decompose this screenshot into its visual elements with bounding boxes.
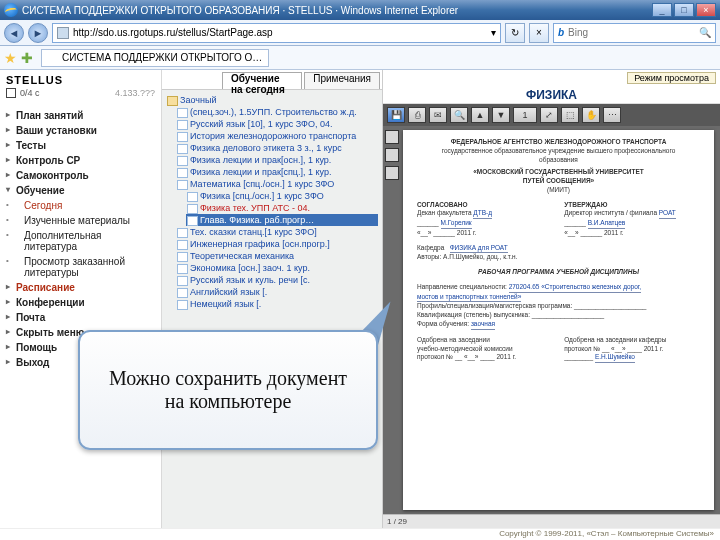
mode-bar: Режим просмотра	[383, 70, 720, 86]
app-sidebar: STELLUS 0/4 с 4.133.??? План занятийВаши…	[0, 70, 162, 528]
doc-sign-r: ________ Е.Н.Шумейко	[564, 353, 700, 363]
version-label: 4.133.???	[115, 88, 155, 98]
window-close-button[interactable]: ×	[696, 3, 716, 17]
favorites-star-icon[interactable]: ★	[4, 50, 17, 66]
tree-item[interactable]: Глава. Физика. раб.прогр…	[186, 214, 378, 226]
window-titlebar: СИСТЕМА ПОДДЕРЖКИ ОТКРЫТОГО ОБРАЗОВАНИЯ …	[0, 0, 720, 20]
pdf-page-number[interactable]: 1	[513, 107, 537, 123]
sidebar-item[interactable]: Тесты	[6, 138, 155, 153]
pdf-thumbs-button[interactable]	[385, 130, 399, 144]
doc-right-year: «__» ______ 2011 г.	[564, 229, 700, 238]
doc-form: Форма обучения: заочная	[417, 320, 700, 330]
view-mode-chip[interactable]: Режим просмотра	[627, 72, 716, 84]
tab-today[interactable]: Обучение на сегодня	[222, 72, 302, 89]
doc-abbr: (МИИТ)	[417, 186, 700, 195]
pdf-more-button[interactable]: ⋯	[603, 107, 621, 123]
status-square-icon	[6, 88, 16, 98]
pdf-mail-button[interactable]: ✉	[429, 107, 447, 123]
brand-title: STELLUS	[6, 74, 155, 86]
tree-item[interactable]: Тех. сказки станц.[1 курс ЗФО]	[176, 226, 378, 238]
tree-item[interactable]: Физика тех. УПП АТС - 04.	[186, 202, 378, 214]
tree-item[interactable]: Инженерная графика [осн.прогр.]	[176, 238, 378, 250]
document-pane: Режим просмотра ФИЗИКА 💾 ⎙ ✉ 🔍 ▲ ▼ 1 ⤢ ⬚…	[382, 70, 720, 528]
tree-item[interactable]: Английский язык [.	[176, 286, 378, 298]
sidebar-item[interactable]: Расписание	[6, 280, 155, 295]
sidebar-item[interactable]: Самоконтроль	[6, 168, 155, 183]
tree-item[interactable]: Физика лекции и прак[спц.], 1 кур.	[176, 166, 378, 178]
doc-appr-r1: Одобрена на заседании кафедры	[564, 336, 700, 345]
pdf-page-down-button[interactable]: ▼	[492, 107, 510, 123]
callout-line2: на компьютере	[109, 390, 347, 413]
callout-line1: Можно сохранить документ	[109, 367, 347, 390]
search-input[interactable]	[568, 27, 695, 38]
sidebar-item[interactable]: Ваши установки	[6, 123, 155, 138]
tree-item[interactable]: Физика делового этикета 3 з., 1 курс	[176, 142, 378, 154]
doc-appr-l2: учебно-методической комиссии	[417, 345, 553, 354]
pdf-save-button[interactable]: 💾	[387, 107, 405, 123]
add-favorite-icon[interactable]: ✚	[21, 50, 33, 66]
tree-item[interactable]: Математика [спц./осн.] 1 курс ЗФО	[176, 178, 378, 190]
user-counter: 0/4 с	[20, 88, 40, 98]
doc-appr-r3: протокол № __ «__» ____ 2011 г.	[564, 345, 700, 354]
window-maximize-button[interactable]: □	[674, 3, 694, 17]
window-minimize-button[interactable]: _	[652, 3, 672, 17]
sidebar-item[interactable]: Дополнительная литература	[6, 228, 155, 254]
refresh-button[interactable]: ↻	[505, 23, 525, 43]
dropdown-icon[interactable]: ▾	[491, 27, 496, 38]
tree-item[interactable]: Физика [спц./осн.] 1 курс ЗФО	[186, 190, 378, 202]
tab-favicon	[48, 53, 58, 63]
tab-title: СИСТЕМА ПОДДЕРЖКИ ОТКРЫТОГО О…	[62, 52, 262, 63]
page-footer: Copyright © 1999-2011, «Стэл – Компьютер…	[0, 528, 720, 540]
back-button[interactable]: ◄	[4, 23, 24, 43]
doc-kafedra: Кафедра ФИЗИКА для РОАТ	[417, 244, 700, 254]
tree-item[interactable]: (спец.зоч.), 1.5УПП. Строительство ж.д.	[176, 106, 378, 118]
pdf-attach-button[interactable]	[385, 166, 399, 180]
tree-item[interactable]: Теоретическая механика	[176, 250, 378, 262]
doc-appr-l3: протокол № __ «__» ____ 2011 г.	[417, 353, 553, 362]
pdf-page-up-button[interactable]: ▲	[471, 107, 489, 123]
doc-right-2: ______ В.И.Апатцев	[564, 219, 700, 229]
tree-item[interactable]: Немецкий язык [.	[176, 298, 378, 310]
pdf-page[interactable]: ФЕДЕРАЛЬНОЕ АГЕНТСТВО ЖЕЛЕЗНОДОРОЖНОГО Т…	[403, 130, 714, 510]
sidebar-item[interactable]: Обучение	[6, 183, 155, 198]
sidebar-item[interactable]: Сегодня	[6, 198, 155, 213]
ie-icon	[4, 3, 18, 17]
sidebar-item[interactable]: Изученные материалы	[6, 213, 155, 228]
pdf-statusbar: 1 / 29	[383, 514, 720, 528]
doc-sub2: образования	[417, 156, 700, 165]
sidebar-item[interactable]: Контроль СР	[6, 153, 155, 168]
pdf-fit-button[interactable]: ⬚	[561, 107, 579, 123]
center-pane: Обучение на сегодня Примечания Заочный (…	[162, 70, 382, 528]
pdf-hand-tool-button[interactable]: ✋	[582, 107, 600, 123]
site-favicon	[57, 27, 69, 39]
tree-root[interactable]: Заочный	[166, 94, 378, 106]
sidebar-item[interactable]: План занятий	[6, 108, 155, 123]
search-go-icon[interactable]: 🔍	[699, 27, 711, 38]
tree-item[interactable]: Физика лекции и прак[осн.], 1 кур.	[176, 154, 378, 166]
url-input[interactable]	[73, 27, 487, 38]
stop-button[interactable]: ×	[529, 23, 549, 43]
pdf-page-indicator: 1 / 29	[387, 517, 407, 526]
forward-button[interactable]: ►	[28, 23, 48, 43]
doc-spec2: мостов и транспортных тоннелей»	[417, 293, 700, 303]
document-heading: ФИЗИКА	[383, 86, 720, 104]
tab-notes[interactable]: Примечания	[304, 72, 380, 89]
tree-item[interactable]: Русский язык и куль. речи [с.	[176, 274, 378, 286]
doc-appr-l1: Одобрена на заседании	[417, 336, 553, 345]
sidebar-item[interactable]: Просмотр заказанной литературы	[6, 254, 155, 280]
tree-item[interactable]: Экономика [осн.] заоч. 1 кур.	[176, 262, 378, 274]
doc-right-1: Директор института / филиала РОАТ	[564, 209, 700, 219]
address-bar[interactable]: ▾	[52, 23, 501, 43]
sidebar-item[interactable]: Почта	[6, 310, 155, 325]
pdf-zoom-button[interactable]: ⤢	[540, 107, 558, 123]
pdf-print-button[interactable]: ⎙	[408, 107, 426, 123]
search-engine-icon: b	[558, 27, 564, 38]
tree-item[interactable]: История железнодорожного транспорта	[176, 130, 378, 142]
sidebar-item[interactable]: Конференции	[6, 295, 155, 310]
pdf-viewport: ФЕДЕРАЛЬНОЕ АГЕНТСТВО ЖЕЛЕЗНОДОРОЖНОГО Т…	[383, 126, 720, 514]
pdf-find-button[interactable]: 🔍	[450, 107, 468, 123]
search-box[interactable]: b 🔍	[553, 23, 716, 43]
tree-item[interactable]: Русский язык [10], 1 курс ЗФО, 04.	[176, 118, 378, 130]
pdf-bookmarks-button[interactable]	[385, 148, 399, 162]
browser-tab[interactable]: СИСТЕМА ПОДДЕРЖКИ ОТКРЫТОГО О…	[41, 49, 269, 67]
